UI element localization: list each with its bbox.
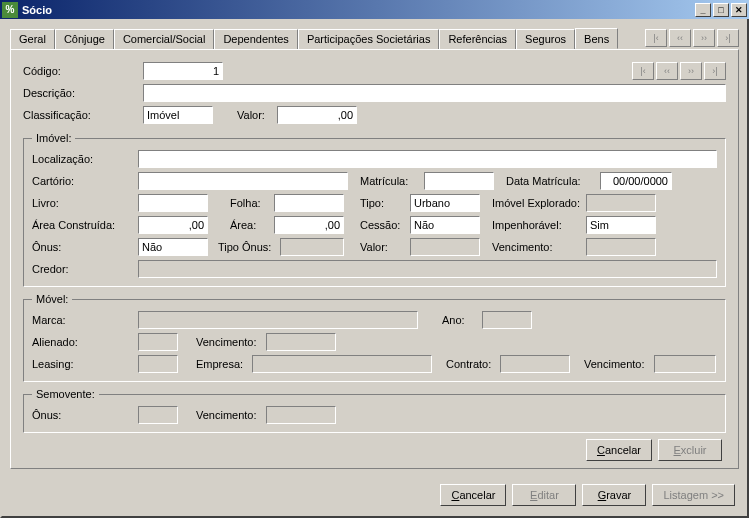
semovente-legend: Semovente: <box>32 388 99 400</box>
imovel-vencimento-label: Vencimento: <box>492 241 586 253</box>
cartorio-input[interactable] <box>138 172 348 190</box>
inner-nav-next[interactable]: ›› <box>680 62 702 80</box>
nav-next-button[interactable]: ›› <box>693 29 715 47</box>
marca-input[interactable] <box>138 311 418 329</box>
onus-input[interactable] <box>138 238 208 256</box>
leasing-input[interactable] <box>138 355 178 373</box>
localizacao-input[interactable] <box>138 150 717 168</box>
ano-input[interactable] <box>482 311 532 329</box>
movel-venc1-label: Vencimento: <box>196 336 266 348</box>
imovel-explorado-input[interactable] <box>586 194 656 212</box>
movel-venc2-input[interactable] <box>654 355 716 373</box>
tab-bens[interactable]: Bens <box>575 28 618 49</box>
tab-referencias[interactable]: Referências <box>439 29 516 50</box>
cartorio-label: Cartório: <box>32 175 138 187</box>
imovel-legend: Imóvel: <box>32 132 75 144</box>
movel-group: Móvel: Marca: Ano: Alienado: Vencimento:… <box>23 293 726 382</box>
empresa-label: Empresa: <box>196 358 252 370</box>
movel-legend: Móvel: <box>32 293 72 305</box>
empresa-input[interactable] <box>252 355 432 373</box>
footer-buttons: Cancelar Editar Gravar Listagem >> <box>440 484 735 506</box>
classificacao-label: Classificação: <box>23 109 143 121</box>
maximize-button[interactable]: □ <box>713 3 729 17</box>
inner-nav-prev[interactable]: ‹‹ <box>656 62 678 80</box>
nav-last-button[interactable]: ›| <box>717 29 739 47</box>
codigo-label: Código: <box>23 65 143 77</box>
livro-label: Livro: <box>32 197 138 209</box>
tipo-onus-label: Tipo Ônus: <box>218 241 280 253</box>
contrato-label: Contrato: <box>446 358 500 370</box>
sem-onus-input[interactable] <box>138 406 178 424</box>
nav-prev-button[interactable]: ‹‹ <box>669 29 691 47</box>
cancelar-button[interactable]: Cancelar <box>440 484 506 506</box>
window-body: Geral Cônjuge Comercial/Social Dependent… <box>0 19 749 518</box>
inner-cancelar-button[interactable]: Cancelar <box>586 439 652 461</box>
tipo-label: Tipo: <box>360 197 410 209</box>
impenhoravel-input[interactable] <box>586 216 656 234</box>
sem-venc-label: Vencimento: <box>196 409 266 421</box>
data-matricula-label: Data Matrícula: <box>506 175 600 187</box>
inner-nav-last[interactable]: ›| <box>704 62 726 80</box>
inner-nav: |‹ ‹‹ ›› ›| <box>632 62 726 80</box>
descricao-label: Descrição: <box>23 87 143 99</box>
inner-excluir-button[interactable]: Excluir <box>658 439 722 461</box>
nav-first-button[interactable]: |‹ <box>645 29 667 47</box>
marca-label: Marca: <box>32 314 138 326</box>
sem-venc-input[interactable] <box>266 406 336 424</box>
minimize-button[interactable]: _ <box>695 3 711 17</box>
descricao-input[interactable] <box>143 84 726 102</box>
titlebar: % Sócio _ □ ✕ <box>0 0 749 19</box>
impenhoravel-label: Impenhorável: <box>492 219 586 231</box>
imovel-valor2-input[interactable] <box>410 238 480 256</box>
gravar-button[interactable]: Gravar <box>582 484 646 506</box>
tab-panel: Código: |‹ ‹‹ ›› ›| Descrição: Classific… <box>10 49 739 469</box>
close-button[interactable]: ✕ <box>731 3 747 17</box>
codigo-input[interactable] <box>143 62 223 80</box>
app-icon: % <box>2 2 18 18</box>
leasing-label: Leasing: <box>32 358 138 370</box>
movel-venc2-label: Vencimento: <box>584 358 654 370</box>
cessao-label: Cessão: <box>360 219 410 231</box>
tab-strip: Geral Cônjuge Comercial/Social Dependent… <box>10 28 637 49</box>
contrato-input[interactable] <box>500 355 570 373</box>
window-title: Sócio <box>22 4 695 16</box>
imovel-vencimento-input[interactable] <box>586 238 656 256</box>
listagem-button[interactable]: Listagem >> <box>652 484 735 506</box>
classificacao-input[interactable] <box>143 106 213 124</box>
credor-input[interactable] <box>138 260 717 278</box>
alienado-input[interactable] <box>138 333 178 351</box>
area-construida-label: Área Construída: <box>32 219 138 231</box>
area-label: Área: <box>230 219 274 231</box>
imovel-explorado-label: Imóvel Explorado: <box>492 197 586 209</box>
tab-conjuge[interactable]: Cônjuge <box>55 29 114 50</box>
movel-venc1-input[interactable] <box>266 333 336 351</box>
editar-button[interactable]: Editar <box>512 484 576 506</box>
alienado-label: Alienado: <box>32 336 138 348</box>
tab-seguros[interactable]: Seguros <box>516 29 575 50</box>
tipo-onus-input[interactable] <box>280 238 344 256</box>
localizacao-label: Localização: <box>32 153 138 165</box>
onus-label: Ônus: <box>32 241 138 253</box>
imovel-valor2-label: Valor: <box>360 241 410 253</box>
imovel-group: Imóvel: Localização: Cartório: Matrícula… <box>23 132 726 287</box>
tab-geral[interactable]: Geral <box>10 29 55 50</box>
tab-participacoes[interactable]: Participações Societárias <box>298 29 440 50</box>
data-matricula-input[interactable] <box>600 172 672 190</box>
area-input[interactable] <box>274 216 344 234</box>
ano-label: Ano: <box>442 314 482 326</box>
folha-input[interactable] <box>274 194 344 212</box>
sem-onus-label: Ônus: <box>32 409 138 421</box>
cessao-input[interactable] <box>410 216 480 234</box>
valor-input[interactable] <box>277 106 357 124</box>
outer-nav: |‹ ‹‹ ›› ›| <box>645 29 739 47</box>
area-construida-input[interactable] <box>138 216 208 234</box>
matricula-input[interactable] <box>424 172 494 190</box>
livro-input[interactable] <box>138 194 208 212</box>
valor-label: Valor: <box>237 109 277 121</box>
matricula-label: Matrícula: <box>360 175 424 187</box>
tipo-input[interactable] <box>410 194 480 212</box>
inner-nav-first[interactable]: |‹ <box>632 62 654 80</box>
tab-dependentes[interactable]: Dependentes <box>214 29 297 50</box>
tab-comercial-social[interactable]: Comercial/Social <box>114 29 215 50</box>
folha-label: Folha: <box>230 197 274 209</box>
